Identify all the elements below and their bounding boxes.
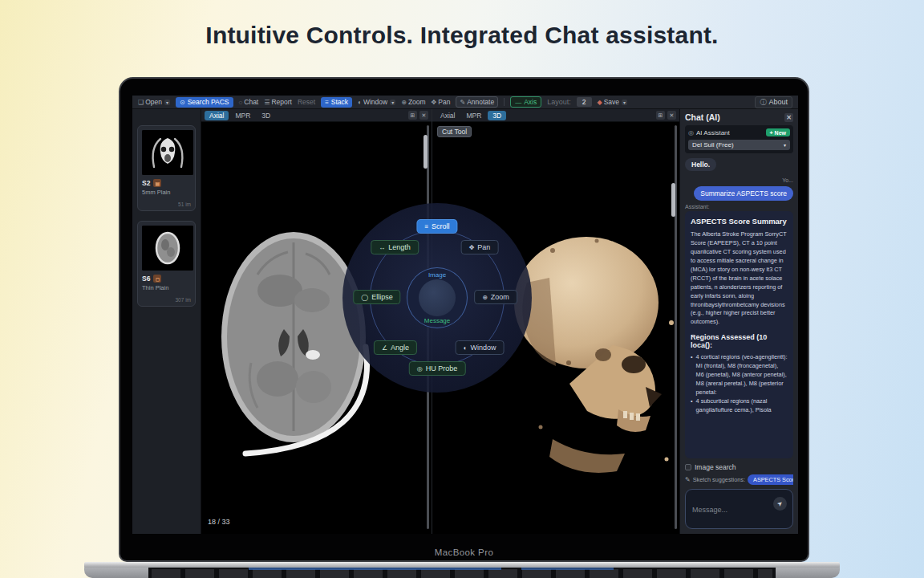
series-sidebar: S2 ▤ 5mm Plain 51 im S6 ◻ bbox=[132, 109, 201, 534]
series-card[interactable]: S2 ▤ 5mm Plain 51 im bbox=[137, 125, 196, 211]
radial-hub[interactable]: Image Message bbox=[407, 267, 468, 328]
pan-icon: ✥ bbox=[469, 244, 475, 251]
radial-zoom-button[interactable]: ⊕ Zoom bbox=[474, 290, 517, 304]
save-icon: ◆ bbox=[598, 99, 602, 106]
radial-angle-button[interactable]: ∠ Angle bbox=[374, 340, 417, 355]
radial-ellipse-button[interactable]: ◯ Ellipse bbox=[353, 290, 400, 304]
chevron-down-icon[interactable]: ▾ bbox=[390, 100, 395, 105]
viewport1-scrollbar-thumb[interactable] bbox=[424, 135, 428, 169]
pan-icon: ✥ bbox=[432, 99, 437, 106]
axis-toggle[interactable]: — Axis bbox=[510, 96, 541, 108]
window-icon: ◐ bbox=[464, 344, 468, 352]
layout-grid-icon[interactable]: ⊞ bbox=[408, 111, 417, 120]
layout-grid-icon[interactable]: ⊞ bbox=[656, 111, 665, 120]
keyboard-keys bbox=[152, 569, 772, 578]
chevron-down-icon[interactable]: ▾ bbox=[164, 100, 170, 105]
close-icon[interactable]: ✕ bbox=[419, 111, 428, 120]
hu-probe-label: HU Probe bbox=[426, 364, 458, 372]
zoom-label: Zoom bbox=[491, 293, 509, 301]
about-button[interactable]: ⓘ About bbox=[755, 96, 792, 108]
tab-axial[interactable]: Axial bbox=[205, 111, 229, 120]
ellipse-icon: ◯ bbox=[361, 294, 368, 301]
save-button[interactable]: ◆ Save ▾ bbox=[598, 98, 628, 106]
hu-probe-icon: ◎ bbox=[417, 365, 423, 372]
suggestion-chip[interactable]: ASPECTS Score MCA bbox=[748, 474, 793, 485]
window-tool-button[interactable]: ◐ Window ▾ bbox=[358, 98, 395, 106]
close-icon[interactable]: ✕ bbox=[667, 111, 676, 120]
summary-title: ASPECTS Score Summary bbox=[691, 217, 788, 226]
axis-label: Axis bbox=[524, 98, 537, 106]
zoom-tool-button[interactable]: ⊕ Zoom bbox=[401, 98, 425, 106]
region-bullet: 4 subcurtical regions (nazal gangila/luf… bbox=[691, 397, 788, 415]
tab-mpr[interactable]: MPR bbox=[461, 111, 486, 120]
series-thumbnail-brain bbox=[142, 226, 193, 271]
hub-image-label: Image bbox=[407, 271, 467, 279]
angle-icon: ∠ bbox=[382, 344, 387, 352]
series-id: S6 bbox=[142, 275, 150, 283]
angle-label: Angle bbox=[391, 344, 409, 352]
zoom-label: Zoom bbox=[408, 98, 426, 106]
report-button[interactable]: ☰ Report bbox=[264, 98, 292, 106]
save-label: Save bbox=[604, 98, 619, 106]
assistant-name-label: Assistant: bbox=[685, 204, 793, 210]
tab-3d[interactable]: 3D bbox=[257, 111, 275, 120]
keyboard-reflection bbox=[249, 568, 501, 570]
message-input[interactable] bbox=[692, 506, 776, 514]
annotate-tool-button[interactable]: ✎ Annotate bbox=[456, 96, 498, 108]
series-thumbnail-skull-base bbox=[142, 130, 193, 175]
image-search-checkbox[interactable] bbox=[685, 464, 691, 470]
chat-button[interactable]: ◌ Chat bbox=[239, 98, 259, 106]
radial-length-button[interactable]: ↔ Length bbox=[371, 240, 419, 254]
new-chat-button[interactable]: + New bbox=[766, 128, 790, 136]
app-toolbar: ❏ Open ▾ ⊙ Search PACS ◌ Chat ☰ Report R… bbox=[132, 96, 798, 109]
layout-value[interactable]: 2 bbox=[577, 97, 592, 107]
tab-3d[interactable]: 3D bbox=[488, 111, 506, 120]
reset-button[interactable]: Reset bbox=[298, 98, 315, 106]
send-button[interactable]: ➤ bbox=[773, 497, 787, 511]
chevron-down-icon[interactable]: ▾ bbox=[622, 100, 627, 105]
annotate-label: Annotate bbox=[467, 98, 494, 106]
chat-label: Chat bbox=[244, 98, 258, 106]
hub-message-label: Message bbox=[407, 317, 467, 324]
regions-title: Regions Assessed (10 loca(): bbox=[691, 333, 788, 349]
message-input-box[interactable]: ➤ bbox=[685, 489, 793, 529]
viewport2-scrollbar-thumb[interactable] bbox=[671, 183, 675, 217]
series-id: S2 bbox=[142, 179, 150, 187]
cut-tool-button[interactable]: Cut Tool bbox=[437, 126, 472, 137]
open-button[interactable]: ❏ Open ▾ bbox=[138, 98, 170, 106]
zoom-icon: ⊕ bbox=[401, 99, 407, 106]
image-search-label: Image search bbox=[695, 463, 736, 471]
pan-label: Pan bbox=[477, 243, 490, 251]
radial-window-button[interactable]: ◐ Window bbox=[456, 340, 505, 355]
device-label: MacBook Pro bbox=[120, 547, 808, 557]
model-selector-value: Del Sull (Free) bbox=[692, 141, 734, 149]
ai-assistant-card: ◎ AI Assistant + New Del Sull (Free) ▾ bbox=[685, 125, 793, 153]
viewport2-scrollbar[interactable] bbox=[675, 125, 677, 529]
radial-hu-probe-button[interactable]: ◎ HU Probe bbox=[409, 361, 466, 376]
laptop-screen: ❏ Open ▾ ⊙ Search PACS ◌ Chat ☰ Report R… bbox=[119, 77, 809, 562]
radial-knob[interactable] bbox=[419, 279, 456, 316]
length-label: Length bbox=[388, 243, 411, 251]
radial-scroll-button[interactable]: ≡ Scroll bbox=[417, 220, 456, 233]
you-label: Yo... bbox=[782, 177, 793, 183]
send-icon: ➤ bbox=[776, 499, 784, 508]
open-label: Open bbox=[145, 98, 162, 106]
assistant-message-bubble: Hello. bbox=[685, 158, 716, 171]
region-bullet: 4 cortical regions (veo-agengilentt): MI… bbox=[691, 353, 788, 397]
pan-tool-button[interactable]: ✥ Pan bbox=[432, 98, 451, 106]
model-selector[interactable]: Del Sull (Free) ▾ bbox=[688, 140, 790, 150]
radial-pan-button[interactable]: ✥ Pan bbox=[461, 240, 499, 254]
series-modality-icon: ◻ bbox=[153, 275, 161, 283]
aspects-summary-card: ASPECTS Score Summary The Alberta Stroke… bbox=[685, 211, 793, 458]
search-pacs-button[interactable]: ⊙ Search PACS bbox=[176, 97, 233, 108]
close-icon[interactable]: ✕ bbox=[784, 113, 793, 122]
pan-label: Pan bbox=[438, 98, 450, 106]
stack-tool-button[interactable]: ≡ Stack bbox=[321, 97, 352, 108]
tab-axial[interactable]: Axial bbox=[436, 111, 460, 120]
series-card[interactable]: S6 ◻ Thin Plain 307 im bbox=[137, 221, 196, 307]
scroll-label: Scroll bbox=[432, 222, 450, 230]
tab-mpr[interactable]: MPR bbox=[230, 111, 255, 120]
chat-panel: Chat (AI) ✕ ◎ AI Assistant + New Del Sul… bbox=[679, 109, 798, 534]
keyboard-reflection bbox=[521, 568, 614, 570]
scroll-icon: ≡ bbox=[424, 223, 428, 230]
